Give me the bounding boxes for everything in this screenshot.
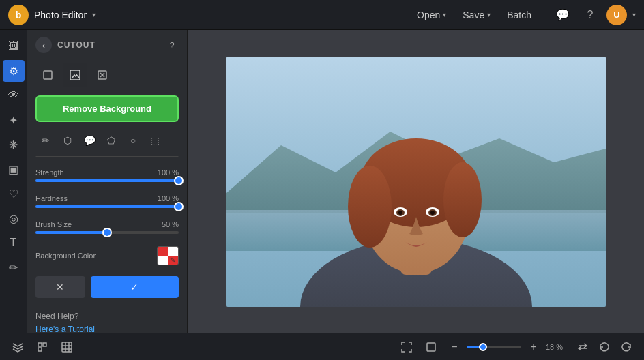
svg-rect-28 bbox=[427, 343, 435, 351]
zoom-controls: − + 18 % bbox=[446, 339, 568, 355]
help-title: Need Help? bbox=[35, 312, 179, 321]
zoom-thumb[interactable] bbox=[479, 343, 487, 351]
help-section: Need Help? Here's a Tutorial bbox=[27, 306, 187, 333]
bg-color-swatch[interactable]: ✎ bbox=[157, 246, 179, 265]
save-menu-button[interactable]: Save ▾ bbox=[456, 5, 497, 25]
help-icon-button[interactable]: ? bbox=[579, 4, 601, 26]
brush-pencil-button[interactable]: ✏ bbox=[35, 130, 56, 151]
cutout-x-icon-button[interactable] bbox=[90, 63, 115, 87]
zoom-slider[interactable] bbox=[467, 346, 521, 348]
panel-help-button[interactable]: ? bbox=[165, 38, 179, 52]
panel-icons-row bbox=[27, 60, 187, 93]
undo-button[interactable] bbox=[595, 338, 614, 357]
open-menu-button[interactable]: Open ▾ bbox=[410, 5, 453, 25]
batch-button[interactable]: Batch bbox=[500, 5, 538, 25]
zoom-out-button[interactable]: − bbox=[446, 339, 463, 355]
bg-color-label: Background Color bbox=[35, 252, 151, 260]
left-toolbar: 🖼 ⚙ 👁 ✦ ❋ ▣ ♡ ◎ T ✏ bbox=[0, 30, 27, 333]
panel-header: ‹ CUTOUT ? bbox=[27, 30, 187, 60]
brush-circle-button[interactable]: ○ bbox=[123, 130, 143, 151]
strength-label: Strength bbox=[35, 168, 64, 177]
save-chevron-icon: ▾ bbox=[487, 11, 491, 18]
tool-settings-button[interactable]: ◎ bbox=[3, 207, 25, 229]
hardness-slider-thumb[interactable] bbox=[174, 202, 184, 211]
tool-heart-button[interactable]: ♡ bbox=[3, 183, 25, 205]
avatar[interactable]: U bbox=[606, 5, 627, 25]
fullscreen-button[interactable] bbox=[422, 338, 441, 357]
confirm-button[interactable]: ✓ bbox=[91, 276, 179, 298]
strength-slider-track[interactable] bbox=[35, 179, 179, 182]
svg-point-19 bbox=[430, 211, 435, 215]
nav-right: 💬 ? U ▾ bbox=[552, 4, 636, 26]
brush-speech-button[interactable]: 💬 bbox=[79, 130, 100, 151]
remove-button[interactable]: Remove bbox=[36, 157, 107, 158]
swap-button[interactable] bbox=[573, 338, 592, 357]
remove-background-button[interactable]: Remove Background bbox=[35, 95, 179, 122]
zoom-value: 18 % bbox=[546, 343, 568, 351]
svg-rect-20 bbox=[38, 343, 42, 346]
brush-rect-button[interactable]: ⬚ bbox=[145, 130, 165, 151]
app-title-chevron-icon: ▾ bbox=[92, 11, 96, 18]
hardness-value: 100 % bbox=[158, 194, 179, 202]
strength-value: 100 % bbox=[158, 168, 179, 177]
cancel-button[interactable]: ✕ bbox=[35, 276, 85, 298]
fit-screen-button[interactable] bbox=[397, 338, 416, 357]
hardness-label: Hardness bbox=[35, 194, 68, 202]
layers-button[interactable] bbox=[8, 338, 27, 357]
open-chevron-icon: ▾ bbox=[443, 11, 446, 18]
panel-back-button[interactable]: ‹ bbox=[35, 37, 52, 53]
svg-rect-23 bbox=[62, 342, 72, 352]
grid-button[interactable] bbox=[57, 338, 76, 357]
brush-size-slider-track[interactable] bbox=[35, 231, 179, 234]
svg-rect-21 bbox=[43, 343, 46, 346]
redo-button[interactable] bbox=[617, 338, 636, 357]
strength-slider-fill bbox=[35, 179, 179, 182]
app-title: Photo Editor bbox=[34, 10, 87, 20]
brush-size-slider-fill bbox=[35, 231, 107, 234]
tool-eye-button[interactable]: 👁 bbox=[3, 85, 25, 106]
zoom-fill bbox=[467, 346, 480, 348]
brush-tools-row: ✏ ⬡ 💬 ⬠ ○ ⬚ bbox=[27, 127, 187, 156]
chat-icon-button[interactable]: 💬 bbox=[552, 4, 574, 26]
brush-size-slider-thumb[interactable] bbox=[102, 228, 112, 237]
svg-point-13 bbox=[443, 162, 482, 237]
tool-cutout-button[interactable]: ⚙ bbox=[3, 60, 25, 82]
remove-keep-row: Remove Keep bbox=[35, 156, 179, 158]
svg-point-18 bbox=[398, 211, 402, 215]
strength-slider-thumb[interactable] bbox=[174, 176, 184, 185]
history-button[interactable] bbox=[33, 338, 52, 357]
help-tutorial-link[interactable]: Here's a Tutorial bbox=[35, 325, 95, 333]
tool-effects-button[interactable]: ❋ bbox=[3, 134, 25, 155]
brush-lasso-button[interactable]: ⬡ bbox=[57, 130, 78, 151]
svg-rect-22 bbox=[38, 348, 42, 351]
cutout-square-icon-button[interactable] bbox=[35, 63, 60, 87]
main-area: 🖼 ⚙ 👁 ✦ ❋ ▣ ♡ ◎ T ✏ ‹ CUTOUT ? Remove B bbox=[0, 30, 644, 333]
panel-title: CUTOUT bbox=[57, 40, 160, 50]
app-logo: b bbox=[8, 5, 29, 25]
zoom-in-button[interactable]: + bbox=[525, 339, 542, 355]
avatar-chevron-icon[interactable]: ▾ bbox=[632, 11, 636, 18]
brush-size-section: Brush Size 50 % bbox=[27, 217, 187, 243]
hardness-section: Hardness 100 % bbox=[27, 192, 187, 217]
hardness-slider-fill bbox=[35, 205, 179, 208]
tool-frame-button[interactable]: ▣ bbox=[3, 158, 25, 180]
hardness-slider-track[interactable] bbox=[35, 205, 179, 208]
side-panel: ‹ CUTOUT ? Remove Background ✏ ⬡ 💬 ⬠ ○ ⬚ bbox=[27, 30, 188, 333]
action-row: ✕ ✓ bbox=[27, 273, 187, 306]
canvas-svg bbox=[226, 57, 606, 307]
brush-polygon-button[interactable]: ⬠ bbox=[101, 130, 121, 151]
tool-star-button[interactable]: ✦ bbox=[3, 109, 25, 131]
bg-color-row: Background Color ✎ bbox=[27, 243, 187, 273]
tool-draw-button[interactable]: ✏ bbox=[3, 256, 25, 278]
strength-section: Strength 100 % bbox=[27, 166, 187, 192]
tool-images-button[interactable]: 🖼 bbox=[3, 35, 25, 57]
canvas-area[interactable] bbox=[188, 30, 644, 333]
svg-rect-0 bbox=[44, 71, 52, 79]
brush-size-value: 50 % bbox=[162, 220, 179, 228]
svg-point-12 bbox=[348, 166, 392, 247]
bottom-right-buttons bbox=[573, 338, 636, 357]
tool-text-button[interactable]: T bbox=[3, 232, 25, 254]
cutout-person-icon-button[interactable] bbox=[63, 63, 87, 87]
bottom-bar: − + 18 % bbox=[0, 333, 644, 360]
keep-button[interactable]: Keep bbox=[108, 157, 179, 158]
